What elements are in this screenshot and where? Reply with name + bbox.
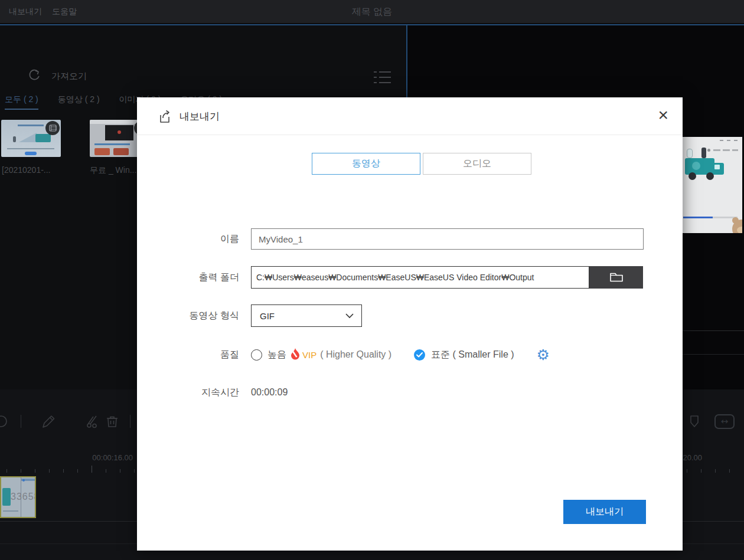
- close-icon[interactable]: ×: [658, 103, 668, 126]
- browse-folder-button[interactable]: [589, 266, 643, 289]
- media-tab-video[interactable]: 동영상 ( 2 ): [58, 94, 100, 110]
- duration-label: 지속시간: [137, 387, 239, 399]
- chevron-down-icon: [345, 310, 354, 321]
- toolbar-separator: [130, 415, 130, 428]
- preview-art: [683, 217, 713, 218]
- settings-gear-icon[interactable]: ⚙: [537, 348, 550, 362]
- thumb-art: [7, 148, 54, 149]
- timeline-clip[interactable]: 33658: [0, 476, 36, 518]
- video-format-select[interactable]: GIF: [251, 304, 362, 327]
- preview-art: [737, 227, 742, 233]
- radio-checked-icon[interactable]: [414, 349, 425, 361]
- thumb-art: [25, 152, 37, 155]
- quality-high-note: ( Higher Quality ): [320, 349, 391, 360]
- tab-audio[interactable]: 오디오: [423, 153, 531, 175]
- edit-pencil-icon[interactable]: [40, 413, 57, 430]
- ruler-tick: [63, 469, 64, 473]
- ruler-tick: [687, 469, 687, 473]
- thumb-art: [118, 130, 121, 134]
- ruler-tick: [134, 469, 135, 473]
- thumb-art: [19, 133, 37, 142]
- list-icon-dash: [374, 77, 377, 78]
- clip-art: [2, 488, 11, 506]
- menubar: 내보내기 도움말 제목 없음: [0, 0, 744, 24]
- preview-art: [734, 140, 738, 141]
- zoom-fit-icon[interactable]: ↔: [714, 414, 735, 429]
- export-dialog: 내보내기 × 동영상 오디오 이름 출력 폴더: [137, 97, 683, 551]
- quality-high-label: 높음: [267, 349, 286, 361]
- duration-row: 지속시간 00:00:09: [137, 381, 683, 404]
- import-icon: [27, 69, 42, 83]
- dialog-title: 내보내기: [180, 110, 220, 123]
- video-type-badge: [45, 121, 60, 135]
- dialog-header: 내보내기 ×: [137, 97, 683, 135]
- thumb-art: [94, 148, 110, 155]
- name-input[interactable]: [251, 228, 644, 250]
- preview-art: [723, 149, 730, 151]
- preview-art: [687, 149, 693, 158]
- import-button[interactable]: 가져오기: [27, 69, 87, 83]
- output-folder-input[interactable]: [251, 266, 589, 289]
- list-icon-line: [379, 77, 391, 78]
- quality-standard-label: 표준 ( Smaller File ): [431, 349, 514, 361]
- preview-art: [727, 140, 730, 141]
- thumb-art: [35, 134, 51, 142]
- vip-label: VIP: [302, 350, 316, 360]
- media-item-thumbnail[interactable]: [1, 120, 61, 157]
- quality-row: 품질 높음 VIP ( Higher Quality ): [137, 343, 683, 366]
- marker-shield-icon[interactable]: [686, 413, 703, 430]
- thumb-art: [113, 148, 129, 155]
- ruler-tick: [6, 469, 7, 473]
- ruler-tick: [106, 469, 106, 473]
- ruler-tick: [35, 469, 35, 473]
- export-button[interactable]: 내보내기: [563, 500, 646, 524]
- quality-option-high[interactable]: 높음 VIP ( Higher Quality ): [251, 348, 391, 362]
- list-icon-dash: [374, 82, 377, 83]
- list-icon-line: [379, 82, 391, 83]
- list-icon-dash: [374, 71, 377, 73]
- output-folder-label: 출력 폴더: [137, 271, 239, 284]
- clip-art: [3, 510, 18, 512]
- video-format-value: GIF: [260, 311, 275, 321]
- thumb-art: [13, 136, 16, 142]
- video-format-label: 동영상 형식: [137, 310, 239, 322]
- ruler-timestamp: 00:00:16.00: [68, 453, 133, 462]
- app-window: 내보내기 도움말 제목 없음 가져오기 모두 ( 2 ) 동영상 ( 2 ): [0, 0, 744, 560]
- thumb-art: [94, 143, 130, 145]
- preview-art: [707, 149, 710, 152]
- trash-icon[interactable]: [98, 413, 115, 430]
- list-icon-line: [379, 71, 391, 73]
- thumb-art: [18, 125, 44, 126]
- media-item-caption: [20210201-...: [2, 165, 51, 175]
- undo-icon[interactable]: [0, 413, 9, 430]
- window-title: 제목 없음: [0, 6, 744, 18]
- tab-video[interactable]: 동영상: [312, 153, 420, 175]
- clip-art: [22, 479, 25, 482]
- preview-art: [714, 165, 720, 169]
- radio-unchecked-icon[interactable]: [251, 349, 262, 361]
- ruler-tick: [77, 469, 78, 473]
- ruler-tick: [715, 469, 716, 473]
- folder-icon: [609, 270, 624, 285]
- preview-art: [692, 162, 700, 170]
- preview-art: [713, 149, 720, 151]
- clip-label: 33658: [11, 492, 36, 502]
- ruler-tick: [92, 466, 92, 473]
- import-label: 가져오기: [51, 71, 87, 82]
- export-icon: [156, 107, 174, 127]
- list-view-icon[interactable]: [374, 70, 391, 84]
- preview-art: [720, 140, 723, 141]
- preview-art: [701, 148, 706, 158]
- preview-art: [688, 172, 696, 180]
- ruler-tick: [120, 469, 120, 473]
- ruler-tick: [729, 469, 730, 473]
- preview-art: [706, 172, 714, 180]
- media-tab-all[interactable]: 모두 ( 2 ): [5, 94, 38, 110]
- toolbar-separator: [21, 415, 21, 428]
- ruler-tick: [49, 469, 50, 473]
- ruler-tick: [701, 469, 701, 473]
- quality-label: 품질: [137, 349, 239, 361]
- quality-option-standard[interactable]: 표준 ( Smaller File ): [414, 349, 514, 361]
- output-folder-row: 출력 폴더: [137, 266, 683, 289]
- preview-art: [732, 149, 738, 151]
